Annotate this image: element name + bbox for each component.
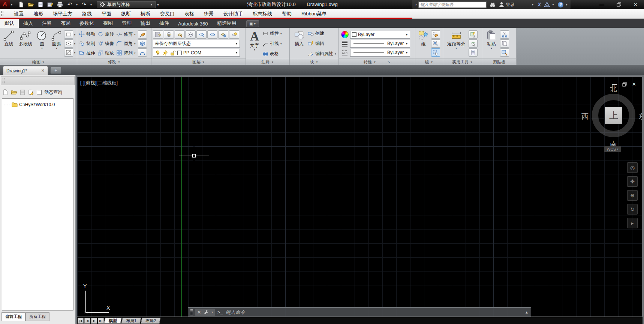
workspace-selector[interactable]: 草图与注释 ▾ xyxy=(97,1,156,8)
file-tab-close-icon[interactable]: ✕ xyxy=(41,68,45,73)
paste-caret-icon[interactable]: ▾ xyxy=(491,47,492,50)
menu-item-streetscape[interactable]: 街景 xyxy=(199,9,219,18)
erase-button[interactable] xyxy=(138,30,147,39)
drawing-canvas[interactable]: [-][俯视][二维线框] — ✕ 上 北 南 西 东 WCS▾ xyxy=(77,76,643,317)
copy-clip-button[interactable] xyxy=(500,39,509,48)
quick-select-button[interactable] xyxy=(469,30,478,39)
command-close-icon[interactable]: ✕ xyxy=(197,310,201,315)
tab-layout2[interactable]: 布局2 xyxy=(141,318,161,324)
first-tab-button[interactable]: |◀ xyxy=(78,318,84,324)
edit-block-button[interactable]: 编辑 xyxy=(308,39,336,48)
trim-button[interactable]: 修剪▾ xyxy=(116,30,136,39)
menu-item-tables[interactable]: 表格 xyxy=(180,9,199,18)
edit-attributes-caret-icon[interactable]: ▾ xyxy=(335,52,336,55)
compass-east[interactable]: 东 xyxy=(638,112,643,122)
open-file-button[interactable] xyxy=(26,1,35,8)
command-grip-handle[interactable] xyxy=(190,309,193,315)
hatch-caret-icon[interactable]: ▾ xyxy=(74,51,75,54)
match-properties-button[interactable] xyxy=(500,48,509,57)
viewport-controls-label[interactable]: [-][俯视][二维线框] xyxy=(80,80,118,86)
ribbon-tab-annotate[interactable]: 注释 xyxy=(37,19,56,28)
pan-button[interactable]: ✥ xyxy=(627,176,638,187)
array-caret-icon[interactable]: ▾ xyxy=(134,52,136,54)
rectangle-caret-icon[interactable]: ▾ xyxy=(74,33,75,36)
window-restore-button[interactable] xyxy=(610,0,627,9)
sign-in-control[interactable]: 登录 ▾ xyxy=(499,2,535,8)
layer-state-button[interactable] xyxy=(164,30,174,39)
stretch-button[interactable]: 拉伸 xyxy=(79,48,95,58)
panel-title-layers[interactable]: 图层▼ xyxy=(151,58,246,65)
exchange-apps-button[interactable]: X xyxy=(538,2,541,8)
measure-caret-icon[interactable]: ▾ xyxy=(455,47,457,50)
prev-tab-button[interactable]: ◀ xyxy=(84,318,90,324)
arc-caret-icon[interactable]: ▾ xyxy=(56,47,57,50)
redo-button[interactable]: ↷ xyxy=(79,1,88,8)
menu-item-alignment[interactable]: 路线 xyxy=(77,9,97,18)
table-button[interactable]: 表格 xyxy=(262,49,282,58)
new-file-button[interactable] xyxy=(16,1,25,8)
print-button[interactable] xyxy=(55,1,64,8)
move-button[interactable]: 移动 xyxy=(79,30,95,39)
save-button[interactable] xyxy=(36,1,45,8)
menu-item-design-assistant[interactable]: 设计助手 xyxy=(219,9,248,18)
menu-item-grading[interactable]: 场平土方 xyxy=(48,9,77,18)
menu-item-plan[interactable]: 平面 xyxy=(97,9,116,18)
color-wheel-button[interactable] xyxy=(340,31,349,38)
lineweight-dropdown[interactable]: ByLayer▼ xyxy=(350,40,410,48)
menu-item-ribbon-menu[interactable]: Ribbon菜单 xyxy=(297,9,331,18)
ribbon-tab-view[interactable]: 视图 xyxy=(99,19,117,28)
drawing-close-button[interactable]: ✕ xyxy=(632,81,636,87)
arc-button[interactable]: 圆弧 ▾ xyxy=(50,29,64,58)
circle-button[interactable]: 圆 ▾ xyxy=(35,29,49,58)
circle-caret-icon[interactable]: ▾ xyxy=(41,47,43,50)
select-all-button[interactable] xyxy=(469,39,478,48)
text-button[interactable]: A 文字 ▾ xyxy=(247,29,262,58)
undo-caret-icon[interactable]: ▾ xyxy=(75,3,79,6)
group-edit-button[interactable] xyxy=(431,39,440,48)
layer-settings-button[interactable] xyxy=(218,30,228,39)
panel-grip-bar[interactable] xyxy=(1,76,75,85)
ribbon-tab-output[interactable]: 输出 xyxy=(136,19,155,28)
orbit-button[interactable]: ↻ xyxy=(627,204,638,214)
panel-title-group[interactable]: 组▼ xyxy=(415,58,443,65)
project-open-icon[interactable] xyxy=(11,89,17,95)
project-export-icon[interactable] xyxy=(28,89,34,95)
menu-item-help[interactable]: 帮助 xyxy=(277,9,297,18)
leader-button[interactable]: 引线▾ xyxy=(262,39,282,48)
layer-freeze-button[interactable] xyxy=(196,30,207,39)
ribbon-tab-layout[interactable]: 布局 xyxy=(56,19,75,28)
command-wrench-caret-icon[interactable]: ▾ xyxy=(211,310,213,314)
drawing-restore-button[interactable] xyxy=(622,82,627,87)
polyline-button[interactable]: 多段线 xyxy=(17,29,34,58)
ribbon-tab-featured-apps[interactable]: 精选应用 xyxy=(213,19,241,28)
panel-title-utilities[interactable]: 实用工具▼ xyxy=(443,58,482,65)
join-button[interactable] xyxy=(138,48,147,57)
linear-caret-icon[interactable]: ▾ xyxy=(280,32,282,35)
properties-expander-icon[interactable]: ↘ xyxy=(387,60,390,64)
tab-current-project[interactable]: 当前工程 xyxy=(1,312,25,321)
mirror-button[interactable]: 镜像 xyxy=(97,39,114,48)
layer-isolate-button[interactable] xyxy=(175,30,185,39)
project-new-icon[interactable] xyxy=(2,89,8,95)
group-selection-toggle[interactable] xyxy=(431,48,440,57)
new-drawing-tab-button[interactable]: ＋ xyxy=(50,67,61,74)
layer-lock-button[interactable] xyxy=(207,30,217,39)
paste-button[interactable]: 粘贴 ▾ xyxy=(484,29,499,58)
linear-dimension-button[interactable]: 线性▾ xyxy=(262,29,282,38)
copy-button[interactable]: 复制 xyxy=(79,39,95,48)
compass-west[interactable]: 西 xyxy=(581,112,589,122)
last-tab-button[interactable]: ▶| xyxy=(98,318,104,324)
window-close-button[interactable]: ✕ xyxy=(627,0,644,9)
next-tab-button[interactable]: ▶ xyxy=(91,318,97,324)
measure-button[interactable]: 定距等分 ▾ xyxy=(445,29,468,58)
tab-model[interactable]: 模型 xyxy=(104,318,121,324)
ribbon-tab-insert[interactable]: 插入 xyxy=(19,19,37,28)
panel-title-clipboard[interactable]: 剪贴板 xyxy=(482,58,516,65)
showmotion-button[interactable]: ▸ xyxy=(627,218,638,228)
command-history-expand-icon[interactable]: ▲ xyxy=(525,310,529,314)
tree-item-workdir[interactable]: ···· C:\HySzWork10.0 xyxy=(4,102,73,108)
explode-button[interactable] xyxy=(138,39,147,48)
app-logo-button[interactable]: A xyxy=(0,0,10,9)
tab-layout1[interactable]: 布局1 xyxy=(121,318,141,324)
redo-caret-icon[interactable]: ▾ xyxy=(89,3,93,6)
